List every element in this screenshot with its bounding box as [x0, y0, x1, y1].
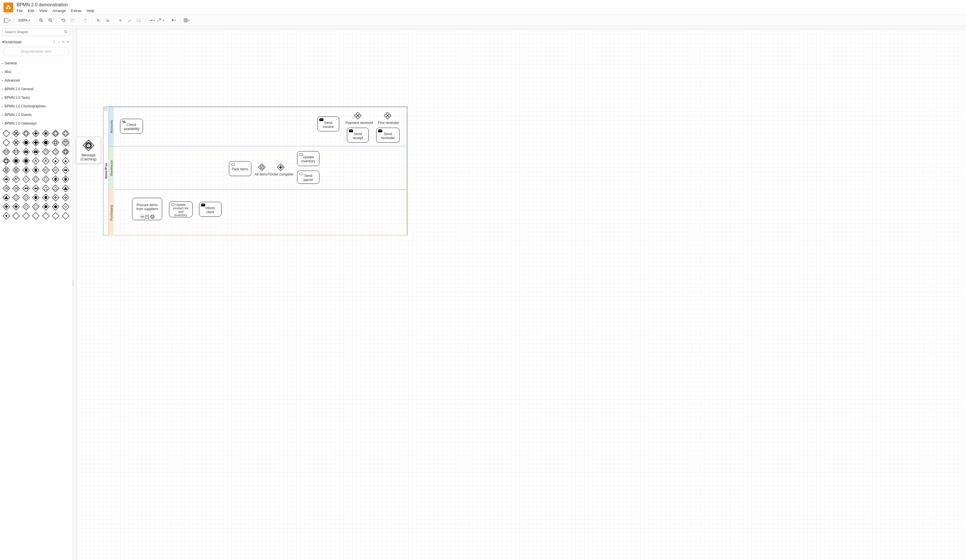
category-misc[interactable]: ▸Misc: [0, 67, 72, 76]
gateway-shape-1[interactable]: [12, 129, 20, 138]
category-bpmn-2-0-gateways[interactable]: ▾BPMN 2.0 Gateways: [0, 119, 72, 128]
gateway-shape-31[interactable]: [32, 166, 40, 174]
view-dropdown-button[interactable]: ▾: [3, 16, 11, 25]
search-input[interactable]: [2, 28, 70, 36]
gateway-shape-39[interactable]: [42, 175, 50, 183]
task-update-inventory[interactable]: Update inventory: [297, 151, 319, 166]
connection-dropdown[interactable]: ▾: [148, 16, 156, 25]
gateway-shape-35[interactable]: [2, 175, 10, 183]
lane-purchasing-label[interactable]: Purchasing: [108, 190, 114, 236]
gateway-shape-62[interactable]: [62, 203, 70, 211]
gateway-shape-60[interactable]: [42, 203, 50, 211]
gateway-shape-11[interactable]: [42, 139, 50, 147]
gateway-shape-22[interactable]: [12, 157, 20, 165]
category-general[interactable]: ▸General: [0, 59, 72, 67]
gateway-all-items[interactable]: [258, 164, 266, 171]
scratchpad-help-icon[interactable]: ?: [52, 40, 56, 44]
waypoints-dropdown[interactable]: ▾: [157, 16, 165, 25]
zoom-out-button[interactable]: [46, 16, 54, 25]
task-send-parcel[interactable]: Send parcel: [297, 170, 319, 184]
gateway-shape-64[interactable]: [12, 212, 20, 220]
gateway-shape-53[interactable]: [42, 193, 50, 201]
gateway-shape-67[interactable]: [42, 212, 50, 220]
task-inform-client[interactable]: Inform client: [199, 202, 222, 217]
gateway-shape-24[interactable]: [32, 157, 40, 165]
gateway-shape-0[interactable]: [2, 129, 10, 138]
gateway-shape-9[interactable]: [22, 139, 30, 147]
gateway-shape-45[interactable]: [32, 184, 40, 192]
gateway-shape-28[interactable]: [2, 166, 10, 174]
scratchpad-edit-icon[interactable]: ✎: [61, 40, 66, 44]
gateway-shape-32[interactable]: [42, 166, 50, 174]
delete-button[interactable]: [81, 16, 89, 25]
menu-edit[interactable]: Edit: [28, 8, 34, 13]
line-color-button[interactable]: [125, 16, 133, 25]
gateway-shape-59[interactable]: [32, 203, 40, 211]
gateway-shape-69[interactable]: [62, 212, 70, 220]
gateway-shape-13[interactable]: [62, 139, 70, 147]
pool-label[interactable]: Items'R'us: [104, 107, 108, 235]
gateway-shape-46[interactable]: [42, 184, 50, 192]
gateway-shape-66[interactable]: [32, 212, 40, 220]
menu-arrange[interactable]: Arrange: [53, 8, 66, 13]
gateway-shape-27[interactable]: [62, 157, 70, 165]
gateway-shape-54[interactable]: [52, 193, 59, 201]
category-bpmn-2-0-choreographies[interactable]: ▸BPMN 2.0 Choreographies: [0, 102, 72, 111]
gateway-shape-61[interactable]: [52, 203, 59, 211]
gateway-order-complete[interactable]: [277, 164, 284, 171]
gateway-shape-2[interactable]: [22, 129, 30, 138]
gateway-shape-52[interactable]: [32, 193, 40, 201]
gateway-shape-41[interactable]: [62, 175, 70, 183]
sidebar-splitter[interactable]: [72, 280, 74, 286]
gateway-shape-20[interactable]: [62, 148, 70, 156]
category-bpmn-2-0-general[interactable]: ▸BPMN 2.0 General: [0, 85, 72, 93]
gateway-shape-6[interactable]: [62, 129, 70, 138]
gateway-shape-36[interactable]: [12, 175, 20, 183]
canvas[interactable]: Message(Catching) − Items'R'us − Account…: [73, 26, 966, 560]
scratchpad-dropzone[interactable]: Drag elements here: [3, 47, 69, 56]
gateway-shape-68[interactable]: [52, 212, 59, 220]
gateway-shape-30[interactable]: [22, 166, 30, 174]
gateway-shape-14[interactable]: [2, 148, 10, 156]
menu-extras[interactable]: Extras: [71, 8, 82, 13]
shadow-button[interactable]: [135, 16, 143, 25]
gateway-shape-50[interactable]: [12, 193, 20, 201]
gateway-shape-3[interactable]: [32, 129, 40, 138]
gateway-shape-42[interactable]: [2, 184, 10, 192]
gateway-shape-4[interactable]: [42, 129, 50, 138]
gateway-first-reminder[interactable]: [384, 112, 391, 120]
gateway-shape-44[interactable]: [22, 184, 30, 192]
gateway-shape-58[interactable]: [22, 203, 30, 211]
menu-view[interactable]: View: [39, 8, 47, 13]
task-send-reminder[interactable]: Send reminder: [376, 128, 400, 142]
gateway-payment-received[interactable]: [354, 112, 361, 120]
category-advanced[interactable]: ▸Advanced: [0, 76, 72, 85]
expand-marker-icon[interactable]: +: [146, 215, 149, 218]
gateway-shape-16[interactable]: [22, 148, 30, 156]
gateway-shape-40[interactable]: [52, 175, 59, 183]
gateway-shape-12[interactable]: [52, 139, 59, 147]
gateway-shape-37[interactable]: [22, 175, 30, 183]
table-dropdown[interactable]: ▾: [182, 16, 191, 25]
search-icon[interactable]: [64, 30, 68, 34]
gateway-shape-29[interactable]: [12, 166, 20, 174]
to-front-button[interactable]: [94, 16, 102, 25]
gateway-shape-18[interactable]: [42, 148, 50, 156]
menu-help[interactable]: Help: [87, 8, 94, 13]
gateway-shape-43[interactable]: [12, 184, 20, 192]
gateway-shape-63[interactable]: [2, 212, 10, 220]
gateway-shape-57[interactable]: [12, 203, 20, 211]
gateway-shape-7[interactable]: [2, 139, 10, 147]
category-bpmn-2-0-tasks[interactable]: ▸BPMN 2.0 Tasks: [0, 93, 72, 102]
gateway-shape-10[interactable]: [32, 139, 40, 147]
gateway-shape-19[interactable]: [52, 148, 59, 156]
app-logo[interactable]: [3, 3, 13, 12]
gateway-shape-47[interactable]: [52, 184, 59, 192]
to-back-button[interactable]: [104, 16, 112, 25]
task-update-product-list[interactable]: Update product list and inventory: [169, 201, 192, 217]
task-send-invoice[interactable]: Send invoice: [317, 116, 339, 131]
fill-color-button[interactable]: [116, 16, 124, 25]
task-send-receipt[interactable]: Send receipt: [347, 128, 369, 142]
gateway-shape-15[interactable]: [12, 148, 20, 156]
zoom-in-button[interactable]: [37, 16, 45, 25]
